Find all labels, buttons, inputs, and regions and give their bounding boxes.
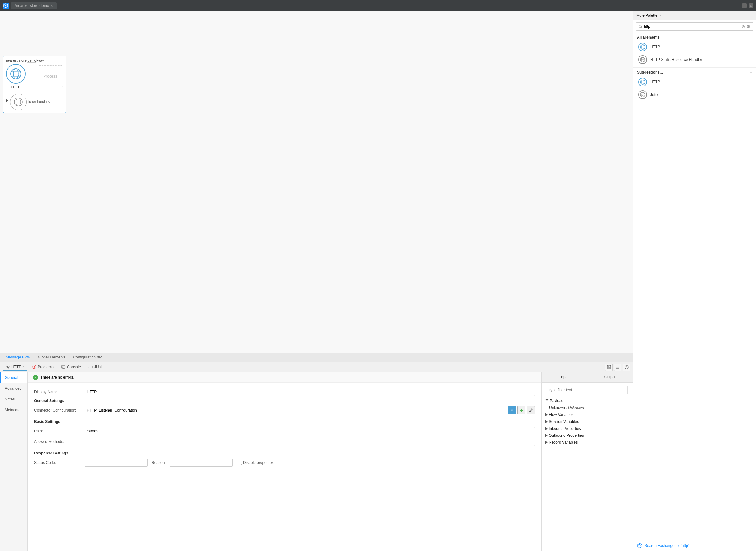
left-sidebar: General Advanced Notes Metadata <box>0 372 28 551</box>
panel-tab-http-label: HTTP <box>11 365 21 369</box>
tab-close-button[interactable]: × <box>51 4 53 8</box>
error-node[interactable] <box>10 94 26 110</box>
minimize-button[interactable]: — <box>742 3 747 8</box>
palette-item-jetty-label: Jetty <box>650 92 658 97</box>
connector-config-row-controls: HTTP_Listener_Configuration ▼ <box>85 406 535 414</box>
tab-configuration-xml[interactable]: Configuration XML <box>70 354 107 361</box>
tree-item-payload[interactable]: Payload <box>542 397 633 404</box>
connector-config-label: Connector Configuration: <box>34 408 85 413</box>
allowed-methods-input[interactable] <box>85 438 535 446</box>
panel-content: Display Name: General Settings Connector… <box>28 383 541 551</box>
panel-tab-junit[interactable]: Ju JUnit <box>85 364 106 371</box>
svg-text:!: ! <box>34 366 35 369</box>
filter-input[interactable] <box>547 386 628 394</box>
error-expand-icon[interactable] <box>6 99 8 102</box>
inbound-props-expand-icon <box>545 427 548 430</box>
status-code-input[interactable] <box>85 459 148 467</box>
search-exchange-link[interactable]: Search Exchange for 'http' <box>645 543 689 548</box>
path-row: Path: <box>34 427 535 435</box>
palette-search-clear-button[interactable]: ⊗ <box>741 24 745 29</box>
display-name-label: Display Name: <box>34 390 85 394</box>
svg-line-28 <box>531 409 532 410</box>
process-label: Process <box>43 74 57 79</box>
error-handling-row[interactable]: Error handling <box>6 91 63 110</box>
tree-item-flow-vars[interactable]: Flow Variables <box>542 411 633 418</box>
sidebar-tab-notes[interactable]: Notes <box>0 394 27 405</box>
sidebar-tab-metadata[interactable]: Metadata <box>0 405 27 415</box>
svg-point-12 <box>6 367 7 367</box>
main-tab[interactable]: *nearest-store-demo × <box>11 2 56 9</box>
status-message: There are no errors. <box>40 375 74 380</box>
panel-tab-problems[interactable]: ! Problems <box>29 364 57 371</box>
list-toolbar-button[interactable] <box>614 364 621 371</box>
allowed-methods-label: Allowed Methods: <box>34 440 85 444</box>
panel-tabs-row: HTTP × ! Problems >_ <box>0 362 633 372</box>
palette-search-settings-button[interactable]: ⚙ <box>747 24 751 29</box>
status-bar: ✓ There are no errors. <box>28 372 541 383</box>
panel-tab-http[interactable]: HTTP × <box>3 364 27 371</box>
response-settings-title: Response Settings <box>34 451 535 455</box>
panel-tab-console[interactable]: >_ Console <box>58 364 84 371</box>
svg-point-10 <box>8 365 8 366</box>
save-toolbar-button[interactable] <box>605 364 612 371</box>
reason-input[interactable] <box>170 459 233 467</box>
tab-global-elements[interactable]: Global Elements <box>34 354 68 361</box>
palette-close-button[interactable]: × <box>659 13 662 18</box>
sidebar-tab-general[interactable]: General <box>0 372 27 383</box>
palette-item-http-suggestion[interactable]: HTTP <box>633 76 756 88</box>
basic-settings-title: Basic Settings <box>34 419 535 424</box>
help-toolbar-button[interactable]: ? <box>623 364 630 371</box>
mule-palette: Mule Palette × ⊗ ⚙ All Elements HTTP HTT… <box>633 11 756 551</box>
http-node-icon[interactable] <box>6 64 26 84</box>
tab-title: *nearest-store-demo <box>15 3 49 8</box>
flow-title: nearest-store-demoFlow <box>6 58 63 62</box>
http-node[interactable]: HTTP <box>6 64 26 89</box>
top-bar: *nearest-store-demo × — □ <box>0 0 756 11</box>
panel-tab-http-close[interactable]: × <box>22 365 24 369</box>
palette-item-http-static[interactable]: HTTP Static Resource Handler <box>633 53 756 66</box>
allowed-methods-row: Allowed Methods: <box>34 438 535 446</box>
tree-item-payload-child: Unknown : Unknown <box>542 404 633 411</box>
basic-settings-section: Basic Settings Path: Allowed Methods: <box>34 419 535 446</box>
suggestions-collapse-icon[interactable]: ⇔ <box>750 71 752 74</box>
palette-search-input[interactable] <box>644 24 740 29</box>
panel-tab-console-label: Console <box>67 365 81 369</box>
tree-item-inbound-props[interactable]: Inbound Properties <box>542 425 633 432</box>
disable-properties-checkbox[interactable] <box>238 461 242 465</box>
tab-message-flow[interactable]: Message Flow <box>3 354 33 361</box>
tree-item-record-vars[interactable]: Record Variables <box>542 439 633 446</box>
outbound-props-expand-icon <box>545 434 548 437</box>
display-name-row: Display Name: <box>34 388 535 396</box>
palette-item-http[interactable]: HTTP <box>633 41 756 53</box>
canvas[interactable]: nearest-store-demoFlow <box>0 11 633 353</box>
connector-add-button[interactable] <box>517 406 525 414</box>
palette-item-jetty[interactable]: j// Jetty <box>633 88 756 101</box>
payload-expand-icon <box>545 399 548 403</box>
display-name-input[interactable] <box>85 388 535 396</box>
general-settings-section: General Settings Connector Configuration… <box>34 399 535 414</box>
palette-search-icon <box>639 25 643 29</box>
sidebar-tab-advanced[interactable]: Advanced <box>0 383 27 394</box>
connector-edit-button[interactable] <box>527 406 535 414</box>
right-panel-tab-output[interactable]: Output <box>587 372 633 383</box>
svg-point-0 <box>5 5 6 6</box>
jetty-palette-icon: j// <box>638 90 647 99</box>
tree-item-outbound-props[interactable]: Outbound Properties <box>542 432 633 439</box>
canvas-area: nearest-store-demoFlow <box>0 11 633 551</box>
svg-rect-19 <box>608 367 610 369</box>
palette-header: Mule Palette × <box>633 11 756 20</box>
app-icon <box>3 3 9 9</box>
maximize-button[interactable]: □ <box>749 3 753 8</box>
all-elements-title: All Elements <box>633 33 756 41</box>
tree-container: Payload Unknown : Unknown Flow Variables <box>542 397 633 551</box>
right-panel-tab-input[interactable]: Input <box>542 372 587 383</box>
connector-config-select[interactable]: HTTP_Listener_Configuration <box>85 406 516 414</box>
flow-vars-expand-icon <box>545 413 548 416</box>
path-input[interactable] <box>85 427 535 435</box>
svg-text:>_: >_ <box>62 366 65 369</box>
connector-select-wrapper: HTTP_Listener_Configuration ▼ <box>85 406 516 414</box>
tree-item-session-vars[interactable]: Session Variables <box>542 418 633 425</box>
path-label: Path: <box>34 429 85 433</box>
palette-title: Mule Palette <box>636 13 658 18</box>
panel-area: HTTP × ! Problems >_ <box>0 362 633 551</box>
